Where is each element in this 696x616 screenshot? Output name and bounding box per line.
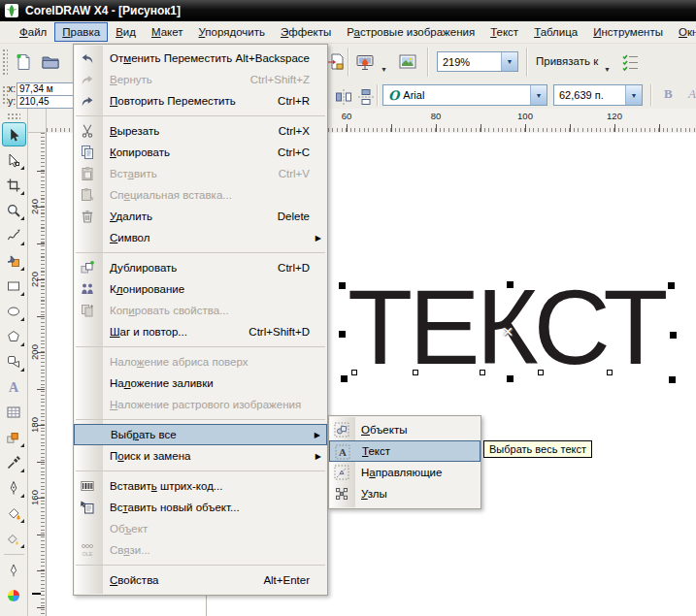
snap-to-dropdown-arrow[interactable] bbox=[604, 58, 611, 76]
edit-menu-item-properties[interactable]: СвойстваAlt+Enter bbox=[74, 569, 327, 591]
italic-button[interactable]: A bbox=[688, 86, 696, 102]
zoom-level-value[interactable]: 219% bbox=[438, 56, 501, 68]
basic-shapes-tool[interactable] bbox=[2, 349, 26, 373]
character-node-handle[interactable] bbox=[607, 370, 613, 375]
toolbar-grip[interactable] bbox=[2, 49, 8, 76]
edit-menu-item-cut[interactable]: ВырезатьCtrl+X bbox=[74, 120, 327, 142]
interactive-fill-tool[interactable] bbox=[2, 526, 26, 550]
font-size-combo[interactable]: 62,639 п. bbox=[553, 84, 643, 106]
selection-center-marker[interactable] bbox=[499, 323, 516, 340]
selection-handle[interactable] bbox=[339, 282, 346, 289]
zoom-combo-dropdown-button[interactable] bbox=[501, 52, 517, 71]
menubar-item-layout[interactable]: Макет bbox=[144, 22, 191, 42]
selection-handle[interactable] bbox=[670, 332, 677, 339]
options-checklist-button[interactable] bbox=[619, 50, 643, 74]
edit-menu-item-find-replace[interactable]: Поиск и замена▶ bbox=[74, 445, 327, 467]
menubar-item-effects[interactable]: Эффекты bbox=[273, 22, 339, 42]
zoom-tool[interactable] bbox=[2, 198, 26, 222]
menu-item-shortcut: Alt+Backspace bbox=[236, 52, 319, 64]
font-family-value[interactable]: Arial bbox=[403, 89, 530, 101]
toolbox: A bbox=[0, 109, 28, 616]
titlebar[interactable]: CorelDRAW X4 - [Рисунок1] bbox=[0, 0, 696, 21]
color-tool[interactable] bbox=[2, 583, 26, 607]
menubar-item-table[interactable]: Таблица bbox=[526, 22, 585, 42]
menubar-item-file[interactable]: Файл bbox=[12, 22, 54, 42]
table-tool[interactable] bbox=[2, 400, 26, 424]
edit-menu-item-copy[interactable]: КопироватьCtrl+C bbox=[74, 142, 327, 163]
menu-separator bbox=[74, 467, 327, 475]
welcome-screen-button[interactable] bbox=[396, 50, 419, 74]
open-button[interactable] bbox=[39, 50, 62, 74]
menubar-item-view[interactable]: Вид bbox=[108, 22, 144, 42]
mirror-horizontal-button[interactable] bbox=[332, 85, 355, 109]
edit-menu-item-overprint-fill[interactable]: Наложение заливки bbox=[74, 373, 327, 394]
bezier-pen-tool[interactable] bbox=[2, 475, 26, 500]
x-coordinate-field[interactable]: 97,34 м bbox=[17, 82, 76, 96]
edit-menu-item-symbol[interactable]: Символ▶ bbox=[74, 227, 327, 248]
smart-fill-tool[interactable] bbox=[2, 248, 26, 273]
edit-menu-item-insert-new-object[interactable]: Вставить новый объект... bbox=[74, 497, 327, 518]
selection-handle[interactable] bbox=[507, 281, 514, 288]
edit-menu-item-clone[interactable]: Клонирование bbox=[74, 278, 327, 300]
new-document-button[interactable] bbox=[12, 50, 35, 74]
selection-handle[interactable] bbox=[668, 282, 675, 289]
application-launcher-button[interactable] bbox=[353, 50, 377, 74]
y-coordinate-field[interactable]: 210,45 bbox=[17, 95, 76, 109]
edit-menu-item-insert-barcode[interactable]: Вставить штрих-код... bbox=[74, 475, 327, 497]
pick-tool[interactable] bbox=[2, 122, 26, 146]
edit-menu-item-select-all[interactable]: Выбрать все▶ bbox=[74, 424, 327, 445]
character-node-handle[interactable] bbox=[351, 370, 357, 375]
font-size-value[interactable]: 62,639 п. bbox=[554, 89, 625, 101]
select-all-item-text[interactable]: AТекст bbox=[329, 440, 481, 462]
menubar-item-window[interactable]: Окн bbox=[671, 22, 696, 42]
menubar-item-arrange[interactable]: Упорядочить bbox=[191, 22, 273, 42]
font-size-dropdown-button[interactable] bbox=[625, 85, 642, 105]
fill-tool[interactable] bbox=[2, 501, 26, 525]
mirror-vertical-button[interactable] bbox=[354, 85, 378, 109]
eyedropper-tool[interactable] bbox=[2, 450, 26, 474]
selection-handle[interactable] bbox=[507, 375, 514, 382]
polygon-tool[interactable] bbox=[2, 324, 26, 348]
bold-button[interactable]: B bbox=[664, 86, 673, 102]
zoom-level-combo[interactable]: 219% bbox=[437, 51, 518, 72]
selection-handle[interactable] bbox=[669, 376, 676, 383]
launcher-dropdown-arrow[interactable] bbox=[381, 58, 387, 76]
character-node-handle[interactable] bbox=[413, 370, 418, 375]
edit-menu-item-delete[interactable]: УдалитьDelete bbox=[74, 206, 327, 227]
snap-to-button[interactable]: Привязать к bbox=[536, 55, 598, 67]
select-all-item-objects[interactable]: Объекты bbox=[329, 419, 481, 440]
edit-menu-item-duplicate[interactable]: ДублироватьCtrl+D bbox=[74, 257, 327, 278]
menubar-item-text[interactable]: Текст bbox=[482, 22, 526, 42]
shape-tool[interactable] bbox=[2, 147, 26, 172]
menubar-item-bitmaps[interactable]: Растровые изображения bbox=[339, 22, 482, 42]
edit-menu-item-step-and-repeat[interactable]: Шаг и повтор...Ctrl+Shift+D bbox=[74, 321, 327, 342]
ruler-label: 200 bbox=[29, 344, 43, 360]
ellipse-tool[interactable] bbox=[2, 299, 26, 323]
vertical-ruler[interactable]: 240220200180160 bbox=[28, 109, 47, 616]
selection-handle[interactable] bbox=[339, 331, 346, 338]
menubar-item-edit[interactable]: Правка bbox=[54, 22, 108, 42]
ruler-tick bbox=[37, 535, 45, 535]
paste-icon bbox=[80, 166, 95, 181]
crop-tool[interactable] bbox=[2, 173, 26, 197]
menubar-item-tools[interactable]: Инструменты bbox=[585, 22, 671, 42]
edit-menu-item-repeat-move[interactable]: Повторить ПереместитьCtrl+R bbox=[74, 90, 327, 112]
menu-item-label: Поиск и замена bbox=[110, 450, 190, 462]
font-combo-dropdown-button[interactable] bbox=[530, 85, 547, 105]
outline-tool[interactable] bbox=[2, 558, 26, 582]
freehand-tool[interactable] bbox=[2, 223, 26, 247]
character-node-handle[interactable] bbox=[538, 370, 544, 375]
character-node-handle[interactable] bbox=[480, 370, 485, 375]
toolbar-separator bbox=[526, 48, 527, 77]
select-all-item-guidelines[interactable]: Направляющие bbox=[329, 462, 481, 483]
edit-menu-item-undo-move[interactable]: Отменить ПереместитьAlt+Backspace bbox=[74, 48, 327, 69]
toolbox-grip[interactable] bbox=[7, 113, 20, 119]
coreldraw-window: CorelDRAW X4 - [Рисунок1] ФайлПравкаВидМ… bbox=[0, 0, 696, 616]
text-tool[interactable]: A bbox=[2, 374, 26, 399]
select-all-item-nodes[interactable]: Узлы bbox=[329, 483, 481, 504]
font-family-combo[interactable]: O Arial bbox=[382, 84, 547, 106]
blend-tool[interactable] bbox=[2, 425, 26, 449]
rectangle-tool[interactable] bbox=[2, 274, 26, 298]
selection-handle[interactable] bbox=[341, 375, 348, 382]
ruler-origin-corner[interactable] bbox=[28, 109, 47, 133]
